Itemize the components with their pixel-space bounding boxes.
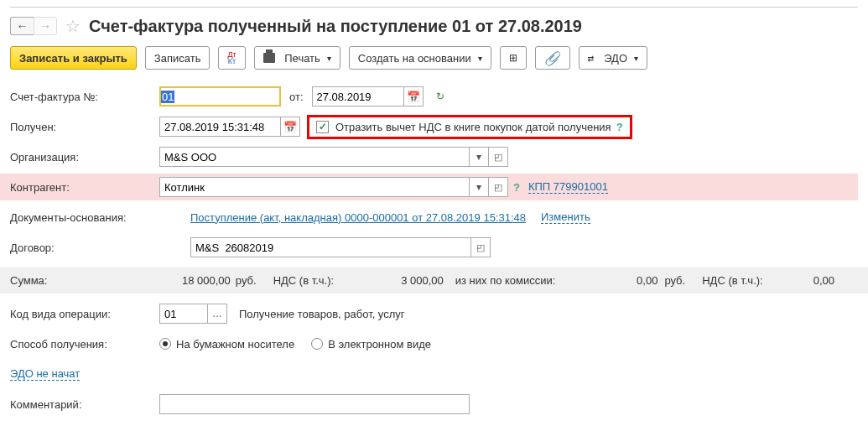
radio-off-icon [311,338,323,350]
invoice-num-input[interactable]: 01 [159,86,281,106]
dtkt-button[interactable]: ДтКт [218,46,245,70]
edo-button[interactable]: ⇄ ЭДО▾ [579,46,647,70]
nav-forward-button[interactable]: → [34,17,57,35]
opcode-select-button[interactable]: … [207,304,227,324]
opcode-label: Код вида операции: [10,308,159,320]
vat-deduction-checkbox[interactable]: ✓ [316,121,329,133]
org-dropdown-button[interactable]: ▾ [469,147,489,167]
rub-label-2: руб. [664,274,685,287]
vat-checkbox-label: Отразить вычет НДС в книге покупок датой… [335,121,611,133]
help-icon[interactable]: ? [616,121,623,133]
calendar-button[interactable]: 📅 [280,117,300,137]
from-date-input[interactable] [312,86,404,106]
expand-icon: ◰ [494,182,502,193]
calendar-icon: 📅 [283,121,297,133]
structure-button[interactable]: ⊞ [500,46,527,70]
contractor-open-button[interactable]: ◰ [488,177,508,197]
refresh-button[interactable]: ↻ [430,86,450,106]
recv-paper-radio[interactable]: На бумажном носителе [159,338,294,351]
vat2-value: 0,00 [813,274,834,287]
page-title: Счет-фактура полученный на поступление 0… [89,17,582,36]
comment-input[interactable] [159,394,470,414]
from-label: от: [289,91,304,103]
create-based-on-button[interactable]: Создать на основании▾ [349,46,491,70]
radio-on-icon [159,338,171,350]
contractor-label: Контрагент: [10,181,159,194]
opcode-input[interactable] [159,304,208,324]
change-basis-link[interactable]: Изменить [541,210,590,224]
print-button[interactable]: Печать▾ [254,46,340,70]
favorite-star-icon[interactable]: ☆ [65,16,81,36]
rub-label: руб. [236,274,257,287]
calendar-button[interactable]: 📅 [403,86,424,106]
comment-label: Комментарий: [10,398,159,411]
paperclip-icon: 📎 [544,49,560,66]
vat-label: НДС (в т.ч.): [273,274,335,287]
edo-icon: ⇄ [588,52,595,65]
dtkt-icon: ДтКт [227,51,236,65]
calendar-icon: 📅 [407,91,420,103]
chevron-down-icon: ▾ [634,54,638,63]
save-and-close-button[interactable]: Записать и закрыть [10,46,137,70]
contract-open-button[interactable]: ◰ [470,237,491,257]
commission-label: из них по комиссии: [455,274,556,287]
chevron-down-icon: ▾ [478,54,482,63]
vat-value: 3 000,00 [401,274,444,287]
vat-highlight-box: ✓ Отразить вычет НДС в книге покупок дат… [307,115,632,139]
sum-value: 18 000,00 [182,274,231,287]
recv-electronic-radio[interactable]: В электронном виде [311,338,431,351]
save-button[interactable]: Записать [145,46,211,70]
opcode-description: Получение товаров, работ, услуг [239,308,405,320]
contractor-dropdown-button[interactable]: ▾ [469,177,489,197]
invoice-num-label: Счет-фактура №: [10,91,159,103]
org-input[interactable] [159,147,470,167]
sum-label: Сумма: [10,274,148,287]
received-label: Получен: [10,121,159,133]
basis-document-link[interactable]: Поступление (акт, накладная) 0000-000001… [190,211,526,224]
arrow-right-icon: → [39,19,51,33]
nav-back-button[interactable]: ← [10,17,34,35]
expand-icon: ◰ [494,152,502,163]
commission-value: 0,00 [637,274,657,287]
expand-icon: ◰ [476,242,485,253]
chevron-down-icon: ▾ [327,54,331,63]
org-label: Организация: [10,151,159,164]
contract-label: Договор: [10,241,190,254]
recv-mode-label: Способ получения: [10,338,159,351]
structure-icon: ⊞ [509,52,517,64]
edo-status-link[interactable]: ЭДО не начат [10,367,80,381]
attachment-button[interactable]: 📎 [535,46,570,70]
arrow-left-icon: ← [17,19,29,33]
contract-input[interactable] [190,237,471,257]
org-open-button[interactable]: ◰ [488,147,508,167]
contractor-input[interactable] [159,177,470,197]
docs-basis-label: Документы-основания: [10,211,190,224]
printer-icon [263,53,275,63]
received-datetime-input[interactable] [159,117,281,137]
vat2-label: НДС (в т.ч.): [702,274,763,287]
kpp-link[interactable]: КПП 779901001 [528,180,608,194]
help-icon[interactable]: ? [513,181,520,194]
